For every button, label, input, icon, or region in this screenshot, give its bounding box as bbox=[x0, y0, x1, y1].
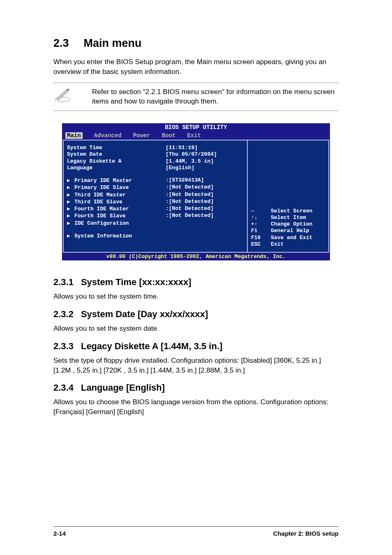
help-key: +- bbox=[251, 221, 271, 228]
help-key: F10 bbox=[251, 235, 271, 241]
subsection-heading-system-date: 2.3.2System Date [Day xx/xx/xxxx] bbox=[53, 309, 339, 320]
bios-title-bar: BIOS SETUP UTILITY bbox=[62, 123, 330, 131]
triangle-right-icon: ▶ bbox=[67, 233, 74, 239]
triangle-right-icon: ▶ bbox=[67, 198, 74, 205]
bios-label-text: Fourth IDE Master bbox=[74, 206, 129, 212]
bios-menu-main[interactable]: Main bbox=[65, 132, 83, 139]
section-number: 2.3 bbox=[53, 37, 69, 50]
page-number: 2-14 bbox=[53, 530, 66, 537]
help-desc: Save and Exit bbox=[271, 235, 312, 241]
bios-value: :[Not Detected] bbox=[166, 198, 244, 205]
triangle-right-icon: ▶ bbox=[67, 177, 74, 184]
bios-label: System Date bbox=[67, 151, 166, 158]
bios-help-row: ↑↓Select Item bbox=[251, 214, 325, 221]
bios-row-primary-ide-master[interactable]: ▶Primary IDE Master :[ST320413A] bbox=[67, 177, 244, 184]
help-key: ESC bbox=[251, 241, 271, 248]
help-key: ↔ bbox=[251, 208, 271, 214]
bios-label-text: Primary IDE Slave bbox=[74, 184, 129, 191]
bios-value: [English] bbox=[166, 165, 244, 171]
subsection-heading-system-time: 2.3.1System Time [xx:xx:xxxx] bbox=[53, 277, 339, 288]
bios-body: System Time [11:51:19] System Date [Thu … bbox=[62, 140, 330, 253]
section-title-text: Main menu bbox=[84, 37, 142, 49]
bios-row-third-ide-master[interactable]: ▶Third IDE Master :[Not Detected] bbox=[67, 191, 244, 198]
bios-label-text: Fourth IDE Slave bbox=[74, 213, 126, 219]
bios-right-panel: ↔Select Screen ↑↓Select Item +-Change Op… bbox=[247, 140, 329, 253]
bios-label: Language bbox=[67, 165, 166, 171]
bios-label: ▶Fourth IDE Master bbox=[67, 205, 166, 212]
bios-row-third-ide-slave[interactable]: ▶Third IDE Slave :[Not Detected] bbox=[67, 198, 244, 205]
help-key: ↑↓ bbox=[251, 214, 271, 221]
bios-row-fourth-ide-master[interactable]: ▶Fourth IDE Master :[Not Detected] bbox=[67, 205, 244, 212]
bios-help-row: ESCExit bbox=[251, 241, 325, 248]
bios-row-fourth-ide-slave[interactable]: ▶Fourth IDE Slave :[Not Detected] bbox=[67, 212, 244, 219]
help-key: F1 bbox=[251, 228, 271, 234]
bios-label: ▶IDE Configuration bbox=[67, 220, 166, 227]
bios-row-system-date[interactable]: System Date [Thu 05/07/2004] bbox=[67, 151, 244, 158]
help-desc: Select Screen bbox=[271, 208, 312, 214]
bios-help-row: ↔Select Screen bbox=[251, 208, 325, 214]
subsection-body: Sets the type of floppy drive installed.… bbox=[53, 356, 339, 375]
subsection-body: Allows you to set the system date. bbox=[53, 324, 339, 334]
bios-row-legacy-diskette[interactable]: Legacy Diskette A [1.44M, 3.5 in] bbox=[67, 158, 244, 165]
bios-value: :[Not Detected] bbox=[166, 212, 244, 219]
subsection-number: 2.3.1 bbox=[53, 277, 74, 288]
bios-row-ide-configuration[interactable]: ▶IDE Configuration bbox=[67, 220, 244, 227]
bios-row-language[interactable]: Language [English] bbox=[67, 165, 244, 171]
note-text: Refer to section "2.2.1 BIOS menu screen… bbox=[92, 87, 339, 107]
bios-left-panel: System Time [11:51:19] System Date [Thu … bbox=[63, 140, 247, 253]
chapter-label: Chapter 2: BIOS setup bbox=[273, 530, 339, 537]
subsection-number: 2.3.2 bbox=[53, 309, 74, 320]
bios-label-text: Third IDE Master bbox=[74, 192, 126, 198]
triangle-right-icon: ▶ bbox=[67, 220, 74, 226]
bios-label: ▶System Information bbox=[67, 233, 166, 240]
bios-footer: v00.00 (C)Copyright 1985-2002, American … bbox=[62, 253, 330, 260]
page-footer: 2-14 Chapter 2: BIOS setup bbox=[53, 526, 339, 537]
subsection-number: 2.3.4 bbox=[53, 382, 74, 393]
bios-label-text: System Information bbox=[74, 233, 132, 239]
bios-row-primary-ide-slave[interactable]: ▶Primary IDE Slave :[Not Detected] bbox=[67, 184, 244, 191]
bios-help-legend: ↔Select Screen ↑↓Select Item +-Change Op… bbox=[251, 208, 325, 248]
bios-help-row: F1General Help bbox=[251, 228, 325, 234]
bios-help-row: +-Change Option bbox=[251, 221, 325, 228]
triangle-right-icon: ▶ bbox=[67, 184, 74, 191]
bios-label-text: Primary IDE Master bbox=[74, 177, 132, 184]
bios-menu-boot[interactable]: Boot bbox=[162, 132, 176, 139]
bios-menu-exit[interactable]: Exit bbox=[187, 132, 201, 139]
bios-label: ▶Third IDE Master bbox=[67, 191, 166, 198]
pencil-note-icon bbox=[53, 87, 71, 103]
bios-label: System Time bbox=[67, 145, 166, 151]
bios-value: :[ST320413A] bbox=[166, 177, 244, 184]
subsection-title: Language [English] bbox=[81, 382, 165, 393]
help-desc: General Help bbox=[271, 228, 309, 234]
subsection-body: Allows you to choose the BIOS language v… bbox=[53, 397, 339, 417]
bios-menu-advanced[interactable]: Advanced bbox=[94, 132, 122, 139]
bios-separator bbox=[67, 227, 244, 233]
bios-row-system-time[interactable]: System Time [11:51:19] bbox=[67, 145, 244, 151]
bios-value bbox=[166, 220, 244, 227]
note-block: Refer to section "2.2.1 BIOS menu screen… bbox=[53, 83, 339, 111]
bios-screenshot: BIOS SETUP UTILITY Main Advanced Power B… bbox=[62, 123, 330, 260]
bios-label: ▶Fourth IDE Slave bbox=[67, 212, 166, 219]
bios-value: [Thu 05/07/2004] bbox=[166, 151, 244, 158]
bios-label: ▶Primary IDE Master bbox=[67, 177, 166, 184]
section-intro: When you enter the BIOS Setup program, t… bbox=[53, 57, 339, 77]
subsection-number: 2.3.3 bbox=[53, 341, 74, 352]
bios-help-row: F10Save and Exit bbox=[251, 235, 325, 241]
bios-separator bbox=[67, 171, 244, 177]
bios-value: :[Not Detected] bbox=[166, 191, 244, 198]
help-desc: Exit bbox=[271, 241, 284, 248]
bios-menu-power[interactable]: Power bbox=[133, 132, 150, 139]
bios-label: Legacy Diskette A bbox=[67, 158, 166, 165]
triangle-right-icon: ▶ bbox=[67, 205, 74, 212]
bios-label-text: Third IDE Slave bbox=[74, 199, 122, 205]
subsection-heading-legacy-diskette: 2.3.3Legacy Diskette A [1.44M, 3.5 in.] bbox=[53, 341, 339, 352]
bios-row-system-information[interactable]: ▶System Information bbox=[67, 233, 244, 240]
bios-value: :[Not Detected] bbox=[166, 184, 244, 191]
bios-label: ▶Third IDE Slave bbox=[67, 198, 166, 205]
bios-label-text: IDE Configuration bbox=[74, 220, 129, 226]
help-desc: Change Option bbox=[271, 221, 312, 228]
bios-label: ▶Primary IDE Slave bbox=[67, 184, 166, 191]
bios-value: [1.44M, 3.5 in] bbox=[166, 158, 244, 165]
bios-value: [11:51:19] bbox=[166, 145, 244, 151]
subsection-body: Allows you to set the system time. bbox=[53, 292, 339, 302]
